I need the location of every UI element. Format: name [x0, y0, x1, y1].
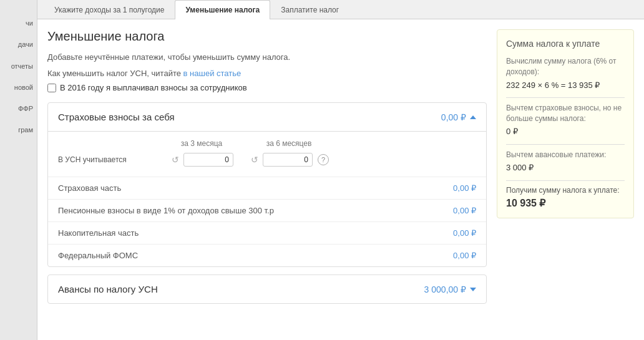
- insurance-line-3: Накопительная часть 0,00 ₽: [48, 221, 486, 244]
- employees-checkbox[interactable]: [47, 84, 56, 92]
- sidebar-item-otchety[interactable]: отчеты: [0, 56, 37, 77]
- main-content: Укажите доходы за 1 полугодие Уменьшение…: [37, 0, 644, 340]
- summary-panel: Сумма налога к уплате Вычислим сумму нал…: [497, 29, 634, 218]
- result-label: Получим сумму налога к уплате:: [506, 186, 625, 195]
- sidebar: чи дачи отчеты новой ФФР грам: [0, 0, 37, 340]
- usn-input-col2: ↺ ?: [245, 153, 333, 167]
- advances-section-header[interactable]: Авансы по налогу УСН 3 000,00 ₽: [48, 275, 486, 303]
- employees-checkbox-label: В 2016 году я выплачивал взносы за сотру…: [60, 83, 247, 92]
- summary-title: Сумма налога к уплате: [506, 39, 625, 49]
- usn-input-col1: ↺: [158, 153, 245, 167]
- tab-pay[interactable]: Заплатите налог: [270, 0, 349, 19]
- calc-value: 232 249 × 6 % = 13 935 ₽: [506, 80, 625, 91]
- insurance-line-4: Федеральный ФОМС 0,00 ₽: [48, 244, 486, 266]
- result-value: 10 935 ₽: [506, 197, 625, 209]
- insurance-section: Страховые взносы за себя 0,00 ₽ за 3 мес…: [47, 102, 487, 267]
- sidebar-item-chi[interactable]: чи: [0, 12, 37, 34]
- insurance-section-title: Страховые взносы за себя: [58, 112, 175, 122]
- advances-expand-icon[interactable]: [470, 288, 476, 291]
- table-header: за 3 месяца за 6 месяцев: [58, 139, 476, 148]
- description-line2: Как уменьшить налог УСН, читайте в нашей…: [47, 67, 487, 80]
- tab-income[interactable]: Укажите доходы за 1 полугодие: [44, 0, 175, 19]
- usn-input-6months[interactable]: [263, 153, 313, 167]
- insurance-section-header[interactable]: Страховые взносы за себя 0,00 ₽: [48, 103, 486, 131]
- subtract-label: Вычтем страховые взносы, но не больше су…: [506, 103, 625, 124]
- insurance-line-1: Страховая часть 0,00 ₽: [48, 177, 486, 199]
- advances-section: Авансы по налогу УСН 3 000,00 ₽: [47, 274, 487, 304]
- advance-value: 3 000 ₽: [506, 162, 625, 173]
- insurance-section-amount: 0,00 ₽: [441, 112, 476, 122]
- divider-3: [506, 180, 625, 181]
- page-title: Уменьшение налога: [47, 29, 487, 44]
- help-icon[interactable]: ?: [318, 154, 329, 165]
- article-link[interactable]: в нашей статье: [183, 69, 242, 78]
- insurance-section-body: за 3 месяца за 6 месяцев В УСН учитывает…: [48, 131, 486, 177]
- insurance-collapse-icon[interactable]: [470, 115, 476, 119]
- sidebar-item-pfr[interactable]: ФФР: [0, 98, 37, 119]
- divider-1: [506, 97, 625, 98]
- advances-section-title: Авансы по налогу УСН: [58, 284, 158, 294]
- sidebar-item-dachi[interactable]: дачи: [0, 34, 37, 55]
- header-col2: за 6 месяцев: [245, 139, 333, 148]
- insurance-line-2: Пенсионные взносы в виде 1% от доходов с…: [48, 199, 486, 221]
- content-wrapper: Уменьшение налога Добавьте неучтённые пл…: [37, 19, 644, 340]
- refresh-icon-1[interactable]: ↺: [170, 154, 181, 165]
- advance-label: Вычтем авансовые платежи:: [506, 150, 625, 160]
- usn-input-3months[interactable]: [183, 153, 233, 167]
- divider-2: [506, 144, 625, 145]
- refresh-icon-2[interactable]: ↺: [249, 154, 260, 165]
- tab-bar: Укажите доходы за 1 полугодие Уменьшение…: [37, 0, 644, 19]
- sidebar-item-gram[interactable]: грам: [0, 119, 37, 140]
- header-col1: за 3 месяца: [158, 139, 245, 148]
- usn-label: В УСН учитывается: [58, 155, 158, 164]
- usn-input-row: В УСН учитывается ↺ ↺ ?: [58, 153, 476, 167]
- content-left: Уменьшение налога Добавьте неучтённые пл…: [47, 29, 487, 330]
- sidebar-item-novoy[interactable]: новой: [0, 77, 37, 98]
- description-line1: Добавьте неучтённые платежи, чтобы умень…: [47, 51, 487, 64]
- employees-checkbox-row: В 2016 году я выплачивал взносы за сотру…: [47, 83, 487, 92]
- tab-reduce[interactable]: Уменьшение налога: [175, 0, 270, 19]
- subtract-value: 0 ₽: [506, 126, 625, 137]
- calc-label: Вычислим сумму налога (6% от доходов):: [506, 56, 625, 77]
- advances-section-amount: 3 000,00 ₽: [424, 284, 476, 294]
